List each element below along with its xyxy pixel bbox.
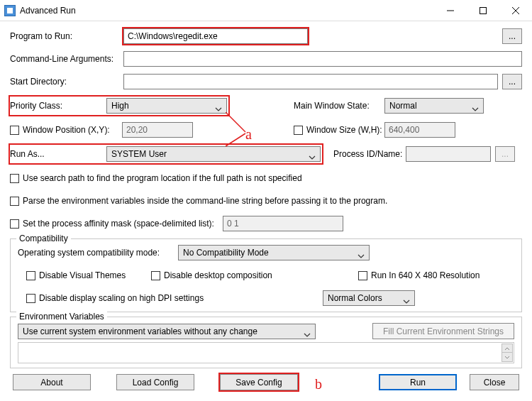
close-button[interactable]: Close — [470, 374, 519, 390]
load-config-button[interactable]: Load Config — [116, 374, 194, 390]
env-list[interactable] — [18, 342, 514, 363]
chevron-down-icon — [358, 251, 365, 260]
startdir-browse-button[interactable]: ... — [502, 74, 522, 89]
osmode-select[interactable]: No Compatibility Mode — [178, 245, 370, 260]
minimize-button[interactable] — [434, 0, 467, 21]
env-legend: Environment Variables — [16, 312, 107, 322]
osmode-label: Operating system compatibility mode: — [18, 248, 178, 258]
app-icon — [4, 5, 16, 16]
affinity-checkbox[interactable]: Set the process affinity mask (space-del… — [10, 219, 223, 229]
fillenv-button[interactable]: Fill Current Environment Strings — [372, 323, 514, 339]
pid-browse-button[interactable]: ... — [495, 146, 515, 162]
affinity-input[interactable] — [223, 216, 343, 231]
run640-checkbox[interactable]: Run In 640 X 480 Resolution — [358, 270, 480, 280]
run-button[interactable]: Run — [379, 374, 457, 390]
mainwin-label: Main Window State: — [294, 101, 384, 111]
searchpath-checkbox[interactable]: Use search path to find the program loca… — [10, 173, 302, 183]
chevron-down-icon — [215, 104, 222, 114]
chevron-down-icon — [472, 104, 479, 114]
maximize-button[interactable] — [467, 0, 499, 21]
args-label: Command-Line Arguments: — [10, 54, 123, 64]
program-label: Program to Run: — [10, 31, 123, 41]
about-button[interactable]: About — [13, 374, 91, 390]
winsize-label: Window Size (W,H): — [306, 125, 382, 135]
pid-label: Process ID/Name: — [333, 149, 406, 159]
annotation-a: a — [245, 126, 252, 143]
ddpi-checkbox[interactable]: Disable display scaling on high DPI sett… — [26, 293, 323, 303]
parseenv-checkbox[interactable]: Parse the environment variables inside t… — [10, 196, 387, 206]
program-input[interactable] — [123, 28, 308, 44]
annotation-b: b — [315, 376, 322, 392]
runas-select[interactable]: SYSTEM User — [106, 146, 321, 162]
winpos-checkbox[interactable]: Window Position (X,Y): — [10, 125, 122, 135]
winpos-input[interactable] — [122, 122, 193, 138]
mainwin-select[interactable]: Normal — [384, 98, 484, 114]
runas-label: Run As... — [9, 149, 106, 159]
winsize-input[interactable] — [384, 122, 455, 138]
program-browse-button[interactable]: ... — [502, 28, 522, 44]
priority-select[interactable]: High — [106, 98, 227, 114]
compat-legend: Compatibility — [16, 234, 71, 243]
winsize-checkbox[interactable]: Window Size (W,H): — [294, 125, 384, 135]
envmode-select[interactable]: Use current system environment variables… — [18, 324, 316, 339]
compatibility-group: Compatibility Operating system compatibi… — [10, 238, 522, 312]
chevron-down-icon — [309, 152, 316, 162]
dvthemes-checkbox[interactable]: Disable Visual Themes — [26, 270, 133, 280]
svg-rect-1 — [480, 7, 487, 13]
scroll-down-icon[interactable] — [501, 352, 513, 362]
ddesktop-checkbox[interactable]: Disable desktop composition — [151, 270, 293, 280]
args-input[interactable] — [123, 51, 522, 67]
close-window-button[interactable] — [499, 0, 532, 21]
colors-select[interactable]: Normal Colors — [323, 290, 415, 306]
winpos-label: Window Position (X,Y): — [23, 125, 110, 135]
chevron-down-icon — [403, 296, 410, 306]
startdir-input[interactable] — [123, 74, 498, 89]
startdir-label: Start Directory: — [10, 77, 123, 87]
env-group: Environment Variables Use current system… — [10, 317, 522, 368]
priority-label: Priority Class: — [9, 101, 106, 111]
title-bar: Advanced Run — [0, 0, 532, 21]
window-title: Advanced Run — [20, 6, 434, 16]
pid-input[interactable] — [406, 146, 491, 162]
save-config-button[interactable]: Save Config — [220, 374, 298, 390]
chevron-down-icon — [304, 329, 311, 339]
